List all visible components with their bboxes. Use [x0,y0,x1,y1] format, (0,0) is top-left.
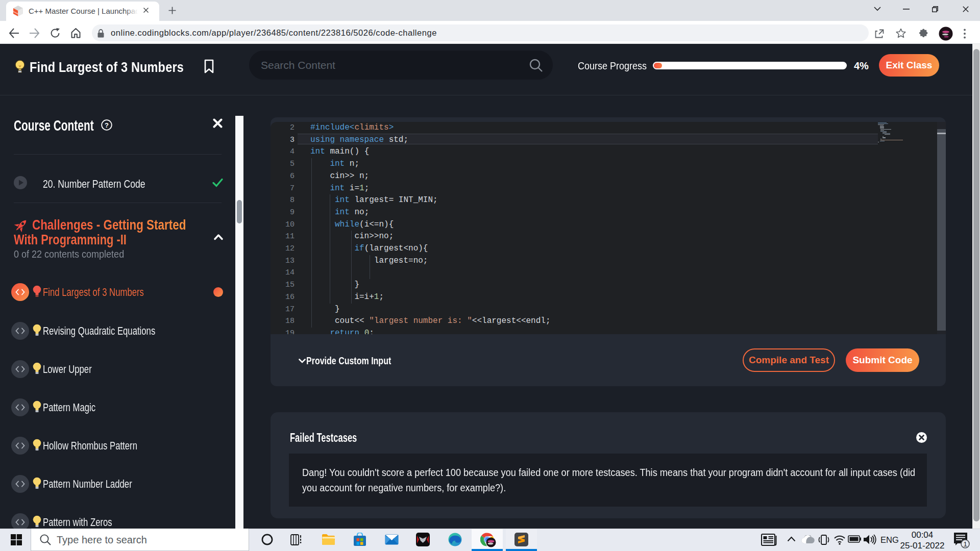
svg-text:?: ? [105,121,109,129]
svg-text:1: 1 [963,540,967,548]
